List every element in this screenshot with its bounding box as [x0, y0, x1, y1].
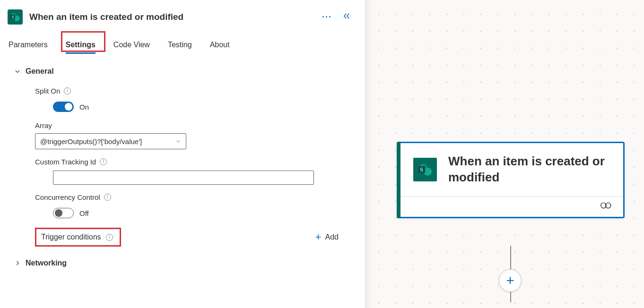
tab-about[interactable]: About — [209, 38, 231, 54]
tab-testing[interactable]: Testing — [167, 38, 193, 54]
section-networking-header[interactable]: Networking — [14, 259, 357, 267]
divider-shadow — [366, 0, 372, 308]
flow-canvas[interactable]: S When an item is created or modified + — [365, 0, 644, 308]
split-on-label: Split On — [35, 87, 60, 95]
info-icon[interactable]: i — [64, 87, 71, 94]
panel-title: When an item is created or modified — [29, 12, 315, 22]
tracking-input[interactable] — [53, 171, 314, 185]
field-concurrency: Concurrency Control i Off — [35, 193, 357, 218]
info-icon[interactable]: i — [104, 194, 111, 201]
collapse-panel-button[interactable] — [342, 12, 351, 22]
plus-icon: + — [506, 274, 514, 288]
info-icon[interactable]: i — [100, 158, 107, 165]
panel-header: S When an item is created or modified ··… — [8, 6, 357, 35]
add-step-button[interactable]: + — [499, 269, 522, 292]
tracking-label: Custom Tracking Id — [35, 158, 96, 166]
array-value: @triggerOutputs()?['body/value'] — [40, 137, 142, 145]
section-networking-title: Networking — [26, 259, 67, 267]
concurrency-state: Off — [79, 209, 89, 217]
chevron-right-icon — [14, 260, 21, 266]
connection-icon[interactable] — [600, 201, 613, 212]
chevron-down-icon — [175, 137, 181, 145]
concurrency-toggle[interactable] — [53, 208, 74, 218]
flow-node-trigger[interactable]: S When an item is created or modified — [397, 142, 625, 218]
tab-parameters[interactable]: Parameters — [8, 38, 49, 54]
field-array: Array @triggerOutputs()?['body/value'] — [35, 121, 357, 149]
split-on-toggle[interactable] — [53, 102, 74, 112]
concurrency-label: Concurrency Control — [35, 193, 100, 201]
tab-code-view[interactable]: Code View — [113, 38, 151, 54]
add-trigger-condition-button[interactable]: + Add — [315, 232, 339, 242]
split-on-state: On — [79, 103, 89, 111]
sharepoint-icon: S — [8, 9, 23, 25]
more-actions-button[interactable]: ··· — [322, 12, 332, 22]
trigger-conditions-label: Trigger conditions — [41, 233, 101, 241]
section-general-header[interactable]: General — [14, 67, 357, 76]
node-footer — [398, 196, 623, 217]
node-accent-bar — [397, 142, 400, 218]
info-icon[interactable]: i — [106, 234, 113, 241]
plus-icon: + — [315, 232, 322, 242]
sharepoint-icon: S — [413, 158, 437, 181]
tab-bar: Parameters Settings Code View Testing Ab… — [8, 35, 357, 54]
section-networking: Networking — [8, 259, 357, 267]
section-general-title: General — [26, 67, 54, 76]
array-label: Array — [35, 121, 52, 129]
tab-settings[interactable]: Settings — [65, 38, 96, 54]
node-title: When an item is created or modified — [448, 154, 612, 186]
add-label: Add — [325, 233, 339, 241]
chevron-down-icon — [14, 68, 21, 75]
annotation-box: Trigger conditions i — [35, 228, 121, 247]
svg-text:S: S — [12, 15, 14, 19]
field-trigger-conditions: Trigger conditions i + Add — [35, 228, 357, 247]
array-select[interactable]: @triggerOutputs()?['body/value'] — [35, 133, 186, 149]
properties-panel: S When an item is created or modified ··… — [0, 0, 365, 308]
field-split-on: Split On i On — [35, 87, 357, 112]
field-tracking-id: Custom Tracking Id i — [35, 158, 357, 185]
svg-text:S: S — [420, 166, 423, 173]
section-general: General Split On i On Array — [8, 67, 357, 247]
